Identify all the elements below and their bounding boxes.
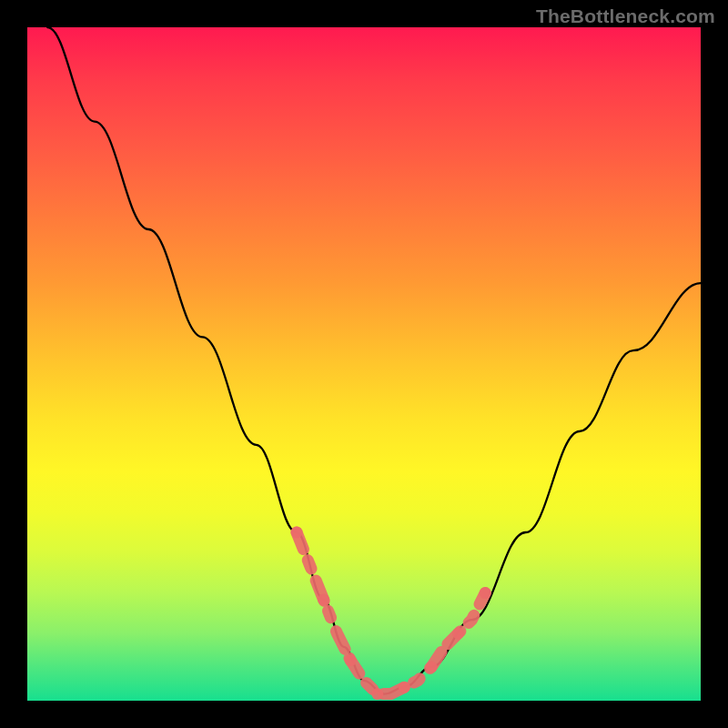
valley-highlight [297,532,485,694]
valley-highlight-dot [318,594,329,606]
chart-frame: TheBottleneck.com [0,0,728,728]
curve-layer [27,27,701,701]
valley-highlight-dot [480,587,491,599]
valley-highlight-dot [371,688,383,700]
valley-highlight-dot [291,527,303,539]
valley-highlight-dot [452,628,464,640]
valley-highlight-dot [426,662,438,673]
valley-highlight-dot [345,654,357,666]
watermark-text: TheBottleneck.com [536,5,715,27]
main-curve [47,27,701,694]
valley-highlight-dot [399,682,410,693]
plot-area [27,27,701,701]
